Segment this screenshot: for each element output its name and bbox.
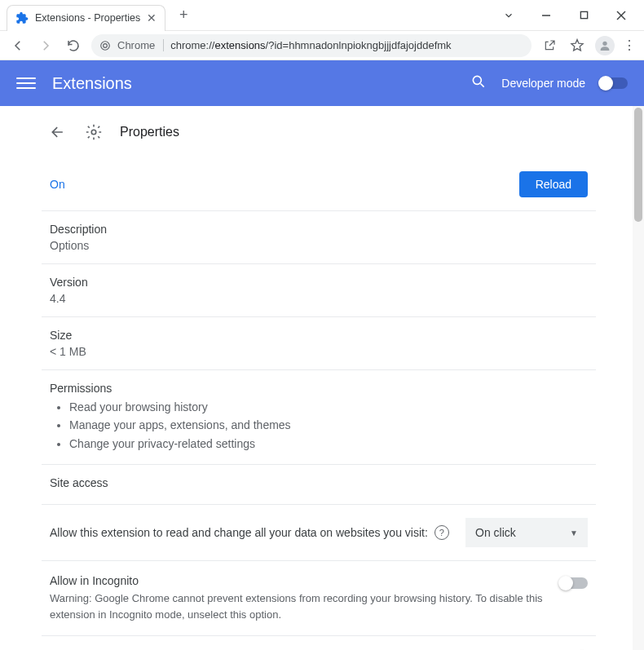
dropdown-selected: On click bbox=[475, 526, 516, 539]
new-tab-button[interactable]: + bbox=[172, 4, 195, 27]
svg-line-8 bbox=[481, 84, 484, 87]
svg-point-4 bbox=[101, 41, 110, 50]
permissions-section: Permissions Read your browsing history M… bbox=[42, 369, 596, 464]
version-value: 4.4 bbox=[50, 292, 588, 305]
permission-item: Change your privacy-related settings bbox=[69, 435, 588, 453]
content-area: Properties On Reload Description Options… bbox=[0, 106, 644, 650]
maximize-button[interactable] bbox=[572, 4, 595, 27]
reload-button[interactable]: Reload bbox=[519, 171, 588, 197]
menu-icon[interactable] bbox=[16, 73, 36, 93]
minimize-button[interactable] bbox=[535, 4, 558, 27]
forward-button[interactable] bbox=[36, 36, 55, 55]
size-value: < 1 MB bbox=[50, 345, 588, 358]
bookmark-star-icon[interactable] bbox=[567, 36, 587, 55]
site-access-dropdown[interactable]: On click ▼ bbox=[465, 518, 588, 547]
help-icon[interactable]: ? bbox=[434, 525, 449, 540]
chevron-down-icon[interactable] bbox=[497, 4, 520, 27]
version-section: Version 4.4 bbox=[42, 263, 596, 316]
reload-nav-button[interactable] bbox=[64, 36, 83, 55]
search-icon[interactable] bbox=[470, 73, 487, 93]
tab-title: Extensions - Properties bbox=[35, 12, 140, 24]
url-scheme-chip: Chrome bbox=[117, 39, 164, 51]
back-button[interactable] bbox=[8, 36, 28, 55]
close-window-button[interactable] bbox=[610, 4, 633, 27]
svg-point-7 bbox=[474, 76, 482, 84]
svg-point-9 bbox=[91, 130, 96, 135]
close-tab-icon[interactable]: ✕ bbox=[147, 11, 157, 24]
developer-mode-toggle[interactable] bbox=[600, 77, 628, 89]
status-on-label: On bbox=[50, 178, 65, 191]
puzzle-icon bbox=[15, 11, 29, 24]
svg-rect-1 bbox=[580, 11, 587, 18]
scrollbar-thumb[interactable] bbox=[634, 108, 642, 222]
description-label: Description bbox=[50, 223, 588, 236]
page-title: Extensions bbox=[52, 74, 132, 93]
description-value: Options bbox=[50, 239, 588, 252]
browser-tab[interactable]: Extensions - Properties ✕ bbox=[7, 5, 165, 31]
version-label: Version bbox=[50, 276, 588, 289]
extensions-header: Extensions Developer mode bbox=[0, 60, 644, 106]
address-bar: Chrome chrome://extensions/?id=hhmnadonl… bbox=[0, 31, 644, 60]
incognito-row: Allow in Incognito Warning: Google Chrom… bbox=[42, 560, 596, 635]
detail-header: Properties bbox=[42, 106, 596, 158]
developer-mode-label: Developer mode bbox=[501, 77, 585, 90]
profile-avatar[interactable] bbox=[595, 36, 615, 55]
file-urls-row: Allow access to file URLs bbox=[42, 635, 596, 650]
omnibox[interactable]: Chrome chrome://extensions/?id=hhmnadonl… bbox=[91, 34, 532, 57]
chevron-down-icon: ▼ bbox=[570, 528, 578, 537]
svg-point-5 bbox=[104, 43, 108, 47]
share-icon[interactable] bbox=[540, 36, 559, 55]
incognito-desc: Warning: Google Chrome cannot prevent ex… bbox=[50, 590, 544, 622]
permissions-label: Permissions bbox=[50, 382, 588, 395]
size-section: Size < 1 MB bbox=[42, 316, 596, 369]
url-text: chrome://extensions/?id=hhmnadonlnpiokng… bbox=[170, 39, 451, 51]
site-access-heading: Site access bbox=[50, 476, 588, 489]
site-access-label: Allow this extension to read and change … bbox=[50, 526, 428, 539]
back-arrow-button[interactable] bbox=[48, 122, 68, 142]
site-access-section: Site access bbox=[42, 464, 596, 504]
chrome-icon bbox=[99, 40, 111, 51]
permission-item: Read your browsing history bbox=[69, 398, 588, 416]
size-label: Size bbox=[50, 329, 588, 342]
window-titlebar: Extensions - Properties ✕ + bbox=[0, 0, 644, 31]
incognito-title: Allow in Incognito bbox=[50, 574, 544, 587]
gear-icon bbox=[84, 122, 104, 142]
permission-item: Manage your apps, extensions, and themes bbox=[69, 416, 588, 434]
svg-point-6 bbox=[602, 41, 607, 45]
description-section: Description Options bbox=[42, 210, 596, 263]
incognito-toggle[interactable] bbox=[560, 577, 588, 589]
window-controls bbox=[497, 4, 644, 27]
extension-name: Properties bbox=[120, 125, 179, 139]
menu-button[interactable]: ⋮ bbox=[623, 38, 636, 53]
